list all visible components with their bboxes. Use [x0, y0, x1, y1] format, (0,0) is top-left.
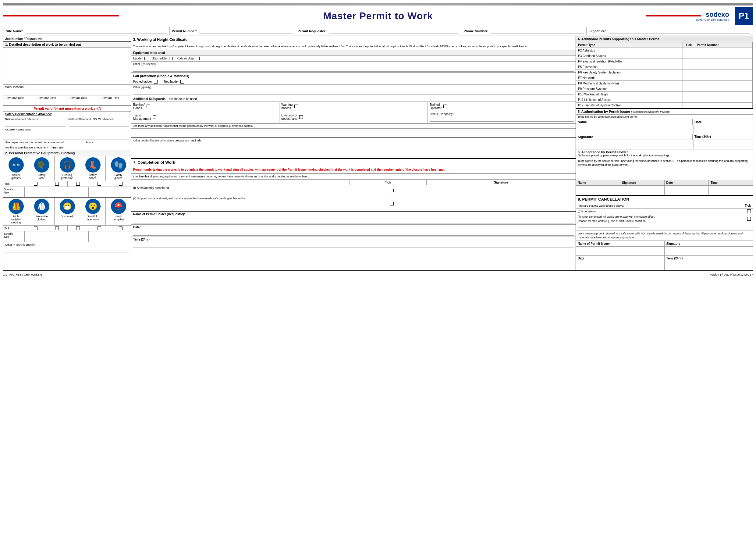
- date-value[interactable]: [133, 229, 574, 236]
- specify-facemask[interactable]: [89, 231, 110, 242]
- permit-holder-value[interactable]: [133, 216, 574, 223]
- specify-hearing[interactable]: [68, 187, 89, 197]
- traffic-checkbox[interactable]: [153, 115, 156, 119]
- permit-tick-cell[interactable]: [683, 48, 695, 53]
- tick-hivis[interactable]: [25, 226, 47, 231]
- site-name-value[interactable]: [26, 28, 167, 34]
- satisfactory-tick[interactable]: [355, 185, 429, 196]
- tick-hearing[interactable]: [68, 181, 89, 186]
- permit-number-cell[interactable]: [695, 86, 752, 92]
- auth-date-value[interactable]: [694, 125, 753, 134]
- permit-issuer-sig-val[interactable]: [664, 247, 753, 255]
- tied-ladder-checkbox[interactable]: [180, 80, 184, 84]
- permit-tick-cell[interactable]: [683, 86, 695, 92]
- phone-number-value[interactable]: [491, 28, 584, 34]
- is-completed-checkbox[interactable]: [747, 210, 751, 213]
- specify-dustmask[interactable]: [68, 231, 89, 242]
- permit-number-cell[interactable]: [695, 97, 752, 103]
- permit-tick-cell[interactable]: [683, 64, 695, 70]
- permit-number-cell[interactable]: [695, 64, 752, 70]
- permit-tick-cell[interactable]: [683, 75, 695, 81]
- hearing-protection-icon: 🎧: [60, 157, 75, 173]
- other-fall-value[interactable]: [133, 89, 574, 95]
- description-content[interactable]: [3, 47, 131, 84]
- other-equip-value[interactable]: [133, 66, 574, 71]
- warning-checkbox[interactable]: [294, 104, 298, 108]
- tick-bumhat[interactable]: [110, 226, 131, 231]
- permit-number-cell[interactable]: [695, 75, 752, 81]
- permit-tick-cell[interactable]: [683, 59, 695, 64]
- date-val2[interactable]: [576, 261, 664, 270]
- permit-tick-cell[interactable]: [683, 53, 695, 59]
- others-value[interactable]: [430, 116, 574, 122]
- tick-gloves[interactable]: [110, 181, 131, 186]
- satisfactory-sig[interactable]: [429, 185, 576, 196]
- sodexo-logo: sodexo: [696, 11, 729, 18]
- permit-issuer-name-val[interactable]: [576, 247, 664, 255]
- step-ladder-label: Step ladder: [152, 57, 167, 60]
- acc-sig-val[interactable]: [620, 186, 664, 195]
- stopped-sig[interactable]: [429, 196, 576, 211]
- auth-name-value[interactable]: [576, 125, 694, 134]
- permit-tick-cell[interactable]: [683, 92, 695, 97]
- acc-time-val[interactable]: [709, 186, 753, 195]
- diversion-checkbox[interactable]: [299, 115, 303, 119]
- podium-checkbox[interactable]: [196, 57, 200, 60]
- time-val2[interactable]: [664, 261, 753, 270]
- permit-tick-cell[interactable]: [683, 70, 695, 75]
- tick-facemask[interactable]: [89, 226, 110, 231]
- permit-number-value[interactable]: [199, 28, 292, 34]
- not-completed-checkbox[interactable]: [747, 217, 751, 221]
- time-value[interactable]: [133, 241, 574, 248]
- specify-glasses[interactable]: [25, 187, 46, 197]
- acc-date-val[interactable]: [664, 186, 709, 195]
- auth-time-value[interactable]: [694, 140, 753, 149]
- barriers-checkbox[interactable]: [147, 104, 150, 108]
- acc-name-val[interactable]: [576, 186, 620, 195]
- signature-value[interactable]: [608, 28, 750, 34]
- trained-checkbox[interactable]: [444, 104, 447, 108]
- section6: 6. Acceptance by Permit Holder (To be co…: [576, 149, 753, 195]
- tick-shoes[interactable]: [89, 181, 110, 186]
- safety-visor-icon: 🪖: [34, 157, 49, 173]
- permit-number-cell[interactable]: [695, 53, 752, 59]
- section2-title: 2. Personal Protective Equipment / Cloth…: [3, 150, 131, 156]
- stopped-tick[interactable]: [355, 196, 429, 211]
- auth-sig-value[interactable]: [576, 140, 694, 149]
- permit-tick-cell[interactable]: [683, 81, 695, 86]
- permit-type-cell: P9 Pressure Systems: [576, 86, 683, 92]
- permit-number-cell[interactable]: [695, 103, 752, 108]
- work-location-value[interactable]: [5, 89, 129, 94]
- other-ppe-value[interactable]: [5, 246, 129, 252]
- specify-visor[interactable]: [46, 187, 68, 197]
- permit-tick-cell[interactable]: [683, 103, 695, 108]
- tick-glasses[interactable]: [25, 181, 47, 186]
- safeguards-row1: Barriers/Cones Warningnotices TrainedOpe…: [131, 102, 576, 111]
- permit-tick-cell[interactable]: [683, 97, 695, 103]
- specify-hivis[interactable]: [25, 231, 46, 242]
- specify-shoes[interactable]: [89, 187, 110, 197]
- ladder-checkbox[interactable]: [145, 57, 148, 60]
- description-section: 1. Detailed description of work to be ca…: [3, 42, 131, 84]
- permits-tbody: P2 Asbestos P3 Confined Spaces P4 Electr…: [576, 48, 753, 108]
- table-row: P6 Fire Safety System Isolation: [576, 70, 753, 75]
- specify-bumhat[interactable]: [110, 231, 131, 242]
- permit-number-cell[interactable]: [695, 48, 752, 53]
- tick-dustmask[interactable]: [68, 226, 89, 231]
- tick-protective[interactable]: [46, 226, 68, 231]
- permit-requester-value[interactable]: [329, 28, 458, 34]
- permit-number-cell[interactable]: [695, 59, 752, 64]
- inspection-interval[interactable]: [66, 143, 84, 143]
- permit-number-cell[interactable]: [695, 81, 752, 86]
- footed-ladder-checkbox[interactable]: [154, 80, 157, 84]
- other-details-answer[interactable]: [131, 143, 576, 158]
- permit-number-cell[interactable]: [695, 92, 752, 97]
- permit-number-cell[interactable]: [695, 70, 752, 75]
- specify-gloves[interactable]: [110, 187, 131, 197]
- specify-protective[interactable]: [46, 231, 68, 242]
- work-area-text: Work area/equipment returned to a safe s…: [576, 231, 753, 241]
- coshh-value[interactable]: [68, 128, 129, 137]
- tick-visor[interactable]: [46, 181, 68, 186]
- hazards-answer[interactable]: [131, 129, 576, 138]
- step-ladder-checkbox[interactable]: [169, 57, 173, 60]
